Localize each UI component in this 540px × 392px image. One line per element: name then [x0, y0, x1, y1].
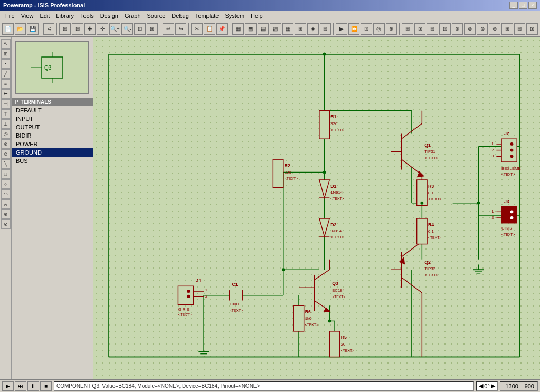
ts-select[interactable]: ↖	[1, 39, 11, 49]
tb-zoom-fit[interactable]: ⊡	[134, 23, 146, 35]
menu-template[interactable]: Template	[192, 12, 222, 20]
menu-file[interactable]: File	[2, 12, 18, 20]
tb-redo[interactable]: ↪	[175, 23, 187, 35]
tb-tool2[interactable]: ⊠	[414, 23, 426, 35]
component-J2[interactable]: J2 BESLEME <TEXT> 1 2 3	[492, 131, 521, 176]
tb-tool1[interactable]: ⊞	[402, 23, 413, 35]
ts-cursor[interactable]: ⊚	[1, 149, 11, 159]
tb-copy[interactable]: 📋	[204, 23, 215, 35]
terminal-output[interactable]: OUTPUT	[12, 123, 93, 131]
ts-arc[interactable]: ◠	[1, 189, 11, 199]
component-R5[interactable]: R5 20 <TEXT>	[329, 331, 354, 357]
tb-block2[interactable]: ▩	[245, 23, 257, 35]
tb-tool8[interactable]: ⊝	[489, 23, 500, 35]
close-button[interactable]: ×	[528, 2, 537, 9]
component-J1[interactable]: J1 GIRIS <TEXT> 1 2	[178, 279, 207, 317]
menu-tools[interactable]: Tools	[77, 12, 97, 20]
ts-circle[interactable]: ○	[1, 179, 11, 189]
component-C1[interactable]: C1 100u <TEXT>	[230, 282, 243, 312]
ts-marker[interactable]: ⊗	[1, 219, 11, 229]
ts-generator[interactable]: ◎	[1, 129, 11, 139]
menu-library[interactable]: Library	[53, 12, 77, 20]
tb-paste[interactable]: 📌	[216, 23, 228, 35]
terminal-input[interactable]: INPUT	[12, 114, 93, 123]
tb-tool3[interactable]: ⊟	[427, 23, 438, 35]
tb-cut[interactable]: ✂	[191, 23, 203, 35]
tb-block3[interactable]: ▨	[258, 23, 269, 35]
tb-zoom-area[interactable]: ⊞	[147, 23, 158, 35]
minimize-button[interactable]: _	[509, 2, 518, 9]
menu-view[interactable]: View	[18, 12, 37, 20]
tb-grid2[interactable]: ⊟	[72, 23, 83, 35]
tb-block1[interactable]: ▦	[232, 23, 244, 35]
tb-save[interactable]: 💾	[27, 23, 39, 35]
tb-tool9[interactable]: ⊞	[501, 23, 513, 35]
component-Q3[interactable]: Q3 BC184 <TEXT>	[299, 260, 346, 312]
ts-port[interactable]: ⊣	[1, 99, 11, 109]
component-D1[interactable]: D1 1N914 <TEXT>	[319, 180, 344, 200]
component-R2[interactable]: R2 20k <TEXT>	[273, 159, 298, 187]
tb-block6[interactable]: ⊞	[295, 23, 306, 35]
ts-line[interactable]: ╲	[1, 159, 11, 169]
canvas-area[interactable]: R1 320 <TEXT> R2 20k <TEXT> D1 1N914 <TE…	[93, 37, 540, 379]
titlebar-controls[interactable]: _ □ ×	[509, 2, 537, 9]
ts-bus[interactable]: ≡	[1, 79, 11, 89]
tb-grid1[interactable]: ⊞	[59, 23, 71, 35]
tb-tool11[interactable]: ⊠	[526, 23, 538, 35]
component-D2[interactable]: D2 IN914 <TEXT>	[319, 218, 344, 239]
terminal-bus[interactable]: BUS	[12, 157, 93, 165]
ts-terminal[interactable]: ⊢	[1, 89, 11, 99]
tb-sim4[interactable]: ◎	[373, 23, 385, 35]
ts-box[interactable]: □	[1, 169, 11, 179]
ts-junction[interactable]: •	[1, 59, 11, 69]
component-J3[interactable]: J3 CIKIS <TEXT> 1 2	[492, 199, 517, 236]
step-button[interactable]: ⏭	[15, 381, 26, 391]
terminal-power[interactable]: POWER	[12, 140, 93, 148]
menu-design[interactable]: Design	[97, 12, 121, 20]
tb-tool6[interactable]: ⊚	[464, 23, 476, 35]
ts-voltage[interactable]: ⊛	[1, 139, 11, 149]
menu-system[interactable]: System	[222, 12, 248, 20]
tb-print[interactable]: 🖨	[43, 23, 55, 35]
tb-tool10[interactable]: ⊟	[514, 23, 526, 35]
ts-text[interactable]: A	[1, 199, 11, 209]
tb-cross[interactable]: ✚	[84, 23, 96, 35]
component-R1[interactable]: R1 320 <TEXT>	[319, 111, 344, 139]
tb-open[interactable]: 📂	[15, 23, 26, 35]
tb-block5[interactable]: ▦	[282, 23, 294, 35]
terminal-ground[interactable]: GROUND	[12, 148, 93, 157]
component-R3[interactable]: R3 0.1 <TEXT>	[417, 180, 442, 206]
tb-move[interactable]: ✛	[97, 23, 108, 35]
maximize-button[interactable]: □	[519, 2, 527, 9]
tb-block8[interactable]: ⊟	[320, 23, 331, 35]
ts-probe[interactable]: ⊤	[1, 109, 11, 119]
stop-button[interactable]: ■	[40, 381, 52, 391]
play-button[interactable]: ▶	[2, 381, 14, 391]
nav-forward[interactable]: ▶	[491, 383, 495, 389]
component-Q2[interactable]: Q2 TIP32 <TEXT>	[391, 239, 438, 357]
tb-sim5[interactable]: ⊕	[386, 23, 397, 35]
component-R4[interactable]: R4 0.1 <TEXT>	[417, 218, 442, 244]
tb-sim2[interactable]: ⏩	[348, 23, 360, 35]
menu-graph[interactable]: Graph	[121, 12, 144, 20]
ts-wire[interactable]: ╱	[1, 69, 11, 79]
tb-block7[interactable]: ◈	[307, 23, 319, 35]
ts-component[interactable]: ⊞	[1, 49, 11, 59]
tb-sim3[interactable]: ⊡	[361, 23, 372, 35]
menu-edit[interactable]: Edit	[36, 12, 53, 20]
ts-tape[interactable]: ⊥	[1, 119, 11, 129]
pause-button[interactable]: ⏸	[27, 381, 39, 391]
tb-block4[interactable]: ▧	[270, 23, 281, 35]
tb-sim1[interactable]: ▶	[336, 23, 347, 35]
tb-zoom-in[interactable]: 🔍+	[109, 23, 121, 35]
tb-tool7[interactable]: ⊜	[477, 23, 488, 35]
menu-source[interactable]: Source	[144, 12, 169, 20]
menu-help[interactable]: Help	[248, 12, 266, 20]
terminal-default[interactable]: DEFAULT	[12, 106, 93, 114]
menu-debug[interactable]: Debug	[168, 12, 192, 20]
terminal-bidir[interactable]: BIDIR	[12, 131, 93, 140]
tb-tool5[interactable]: ⊛	[452, 23, 463, 35]
tb-zoom-out[interactable]: 🔍-	[121, 23, 133, 35]
ts-symbol[interactable]: ⊕	[1, 209, 11, 219]
tb-undo[interactable]: ↩	[163, 23, 174, 35]
